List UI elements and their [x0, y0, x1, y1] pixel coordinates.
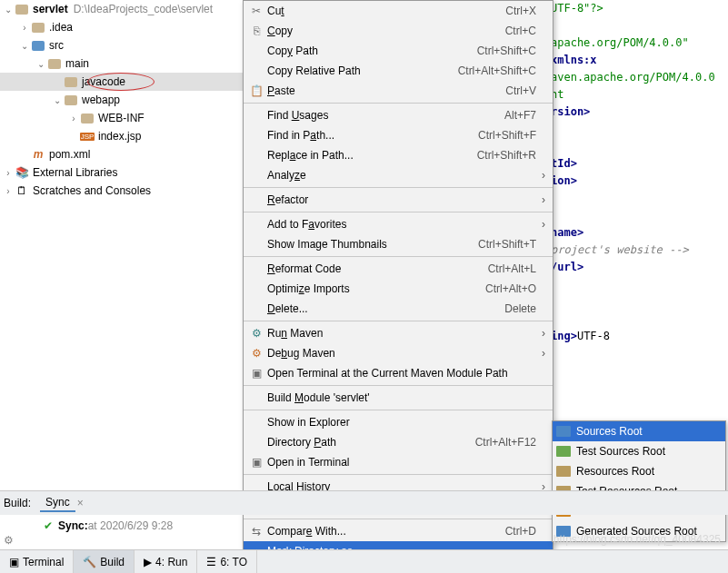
- menu-icon: ⚙: [247, 327, 265, 340]
- menu-label: Directory Path: [265, 436, 457, 449]
- menu-item[interactable]: Find in Path...Ctrl+Shift+F: [244, 125, 553, 145]
- tree-twisty[interactable]: ›: [67, 114, 80, 123]
- tree-item-label: main: [65, 57, 89, 70]
- menu-label: Add to Favorites: [265, 218, 536, 231]
- menu-item[interactable]: Reformat CodeCtrl+Alt+L: [244, 259, 553, 279]
- folder-icon: [31, 38, 45, 53]
- tree-twisty[interactable]: ›: [18, 23, 31, 33]
- menu-item[interactable]: Optimize ImportsCtrl+Alt+O: [244, 279, 553, 299]
- tree-item[interactable]: ›WEB-INF: [0, 109, 243, 127]
- menu-shortcut: Delete: [504, 302, 536, 315]
- project-root-label[interactable]: servlet: [33, 3, 68, 15]
- menu-label: Show Image Thumbnails: [265, 238, 460, 251]
- terminal-tab[interactable]: ▣ Terminal: [0, 550, 74, 573]
- menu-item[interactable]: ▣Open in Terminal: [244, 452, 553, 472]
- menu-item[interactable]: ⎘CopyCtrl+C: [244, 21, 553, 41]
- context-menu: ✂CutCtrl+X⎘CopyCtrl+CCopy PathCtrl+Shift…: [243, 0, 553, 573]
- tree-item[interactable]: ⌄webapp: [0, 91, 243, 109]
- menu-item[interactable]: Show in Explorer: [244, 412, 553, 432]
- menu-shortcut: Ctrl+Alt+Shift+C: [458, 64, 536, 77]
- menu-item[interactable]: Build Module 'servlet': [244, 388, 553, 408]
- folder-color-icon: [556, 446, 571, 457]
- menu-label: Open in Terminal: [265, 456, 536, 469]
- success-icon: ✔: [44, 519, 53, 532]
- folder-icon: [80, 111, 95, 125]
- submenu-arrow-icon: ›: [536, 347, 545, 360]
- sync-tab[interactable]: Sync: [40, 494, 75, 512]
- submenu-item[interactable]: Resources Root: [553, 461, 725, 481]
- settings-icon[interactable]: ⚙: [4, 534, 14, 547]
- menu-label: Optimize Imports: [265, 282, 467, 295]
- folder-icon: JSP: [80, 129, 95, 143]
- chevron-right-icon[interactable]: ›: [2, 186, 15, 196]
- submenu-arrow-icon: ›: [536, 193, 545, 206]
- menu-item[interactable]: 📋PasteCtrl+V: [244, 81, 553, 101]
- project-tree[interactable]: ⌄ servlet D:\IdeaProjects_code\servlet ›…: [0, 0, 243, 509]
- submenu-item[interactable]: Sources Root: [553, 421, 725, 441]
- run-tab[interactable]: ▶ 4: Run: [135, 550, 197, 573]
- tree-twisty[interactable]: ⌄: [51, 95, 64, 105]
- menu-item[interactable]: Analyze›: [244, 165, 553, 185]
- menu-label: Build Module 'servlet': [265, 391, 536, 404]
- tree-item[interactable]: ›.idea: [0, 18, 243, 36]
- folder-icon: [64, 74, 78, 89]
- submenu-arrow-icon: ›: [536, 169, 545, 182]
- menu-icon: ⎘: [247, 25, 265, 37]
- tree-item[interactable]: ⌄src: [0, 36, 243, 54]
- menu-label: Open Terminal at the Current Maven Modul…: [265, 367, 536, 380]
- external-libraries[interactable]: External Libraries: [33, 166, 117, 179]
- folder-color-icon: [556, 466, 571, 477]
- menu-shortcut: Ctrl+X: [505, 5, 536, 17]
- menu-label: Cut: [265, 5, 487, 17]
- menu-item[interactable]: Refactor›: [244, 190, 553, 210]
- build-toolwindow-header[interactable]: Build: Sync ×: [0, 490, 728, 515]
- menu-item[interactable]: Show Image ThumbnailsCtrl+Shift+T: [244, 234, 553, 254]
- tree-item-label: pom.xml: [49, 148, 90, 161]
- sync-time: at 2020/6/29 9:28: [88, 519, 173, 532]
- tree-item[interactable]: mpom.xml: [0, 145, 243, 163]
- menu-item[interactable]: ⚙Debug Maven›: [244, 343, 553, 363]
- watermark: https://blog.csdn.net/qq_40084325: [553, 533, 721, 546]
- scratches-icon: 🗒: [15, 183, 29, 198]
- menu-item[interactable]: ⚙Run Maven›: [244, 323, 553, 343]
- submenu-item[interactable]: Test Sources Root: [553, 441, 725, 461]
- scratches-consoles[interactable]: Scratches and Consoles: [33, 184, 151, 197]
- code-text: UTF-8"?>: [551, 2, 603, 15]
- tree-item-label: index.jsp: [98, 130, 141, 143]
- menu-item[interactable]: Copy PathCtrl+Shift+C: [244, 41, 553, 61]
- menu-item[interactable]: ✂CutCtrl+X: [244, 1, 553, 21]
- menu-shortcut: Ctrl+Alt+F12: [475, 436, 536, 449]
- menu-item[interactable]: Delete...Delete: [244, 299, 553, 319]
- build-tab[interactable]: 🔨 Build: [74, 550, 135, 573]
- menu-item[interactable]: Copy Relative PathCtrl+Alt+Shift+C: [244, 61, 553, 81]
- menu-label: Analyze: [265, 169, 536, 182]
- folder-color-icon: [556, 426, 571, 437]
- menu-icon: ▣: [247, 367, 265, 380]
- menu-shortcut: Ctrl+C: [505, 25, 536, 37]
- library-icon: 📚: [15, 165, 29, 180]
- menu-icon: ✂: [247, 5, 265, 17]
- submenu-label: Test Sources Root: [576, 445, 665, 458]
- menu-item[interactable]: Find UsagesAlt+F7: [244, 105, 553, 125]
- close-icon[interactable]: ×: [77, 497, 84, 509]
- todo-tab[interactable]: ☰ 6: TO: [197, 550, 257, 573]
- menu-item[interactable]: Directory PathCtrl+Alt+F12: [244, 432, 553, 452]
- tree-item[interactable]: ⌄main: [0, 54, 243, 73]
- menu-shortcut: Ctrl+Alt+L: [488, 262, 536, 275]
- tree-item[interactable]: javacode: [0, 73, 243, 91]
- menu-item[interactable]: Add to Favorites›: [244, 214, 553, 234]
- submenu-arrow-icon: ›: [536, 327, 545, 340]
- bottom-toolbar: ▣ Terminal 🔨 Build ▶ 4: Run ☰ 6: TO: [0, 549, 728, 573]
- menu-label: Find Usages: [265, 109, 486, 122]
- project-root-path: D:\IdeaProjects_code\servlet: [74, 3, 213, 15]
- tree-twisty[interactable]: ⌄: [35, 59, 47, 69]
- menu-item[interactable]: ▣Open Terminal at the Current Maven Modu…: [244, 363, 553, 383]
- menu-shortcut: Ctrl+Alt+O: [485, 282, 536, 295]
- tree-twisty[interactable]: ⌄: [18, 41, 31, 51]
- menu-shortcut: Ctrl+V: [505, 84, 536, 97]
- chevron-right-icon[interactable]: ›: [2, 168, 15, 178]
- chevron-down-icon[interactable]: ⌄: [2, 5, 15, 15]
- menu-item[interactable]: Replace in Path...Ctrl+Shift+R: [244, 145, 553, 165]
- tree-item[interactable]: JSPindex.jsp: [0, 127, 243, 145]
- menu-label: Show in Explorer: [265, 416, 536, 429]
